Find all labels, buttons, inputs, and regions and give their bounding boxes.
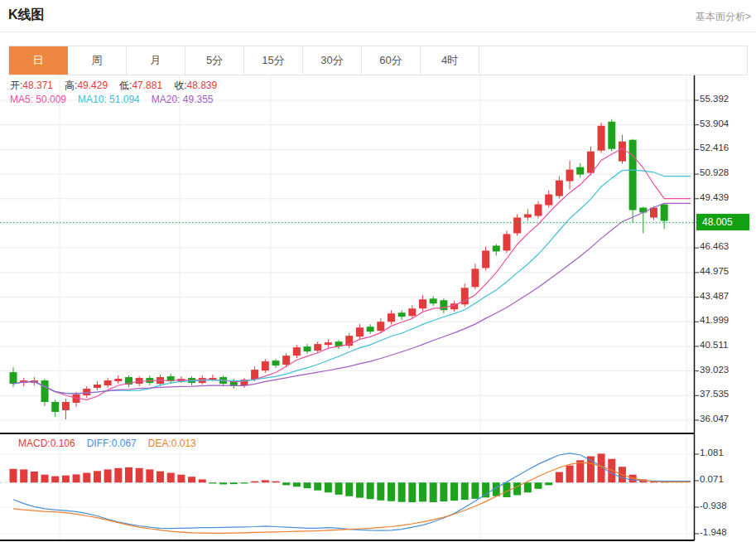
macd-legend: MACD:0.106DIFF:0.067DEA:0.013: [18, 438, 208, 449]
price-axis-label: 52.416: [700, 143, 754, 152]
period-tab-5分[interactable]: 5分: [185, 46, 244, 75]
period-tab-15分[interactable]: 15分: [244, 46, 303, 75]
price-axis-label: 53.904: [700, 119, 754, 128]
legend-item: 收:48.839: [174, 80, 217, 91]
price-axis-label: 43.487: [700, 291, 754, 301]
period-tab-60分[interactable]: 60分: [362, 46, 421, 75]
price-axis-label: 41.999: [700, 315, 754, 325]
ma-legend: MA5: 50.009MA10: 51.094MA20: 49.355: [10, 94, 224, 105]
period-tab-4时[interactable]: 4时: [421, 46, 479, 75]
legend-item: 开:48.371: [10, 80, 53, 91]
price-axis-label: 1.081: [700, 448, 754, 457]
price-axis-label: 46.463: [700, 241, 754, 251]
period-tab-月[interactable]: 月: [127, 46, 185, 75]
ohlc-legend: 开:48.371高:49.429低:47.881收:48.839: [10, 79, 229, 93]
header-divider: [0, 31, 756, 32]
period-tab-周[interactable]: 周: [68, 46, 127, 75]
price-axis-label: -1.948: [700, 527, 754, 537]
legend-item: MACD:0.106: [18, 438, 75, 449]
page-title: K线图: [8, 7, 45, 24]
legend-item: MA20: 49.355: [152, 94, 214, 105]
legend-item: MA10: 51.094: [78, 94, 140, 105]
price-axis-label: 36.047: [700, 414, 754, 423]
legend-item: 低:47.881: [119, 80, 162, 91]
last-price-badge: 48.005: [696, 214, 749, 230]
price-axis-label: 40.511: [700, 340, 754, 350]
legend-item: MA5: 50.009: [10, 94, 66, 105]
chart-canvas[interactable]: [0, 75, 756, 542]
legend-item: DIFF:0.067: [87, 438, 137, 449]
price-axis-label: 49.439: [700, 192, 754, 202]
price-axis-label: -0.938: [700, 501, 754, 511]
price-axis-label: 39.023: [700, 365, 754, 375]
price-axis-label: 37.535: [700, 389, 754, 399]
price-axis-label: 55.392: [700, 94, 754, 104]
legend-item: 高:49.429: [65, 80, 108, 91]
price-axis-label: 50.928: [700, 167, 754, 177]
kline-widget: K线图 基本面分析> 日周月5分15分30分60分4时 开:48.371高:49…: [0, 0, 756, 542]
price-axis-label: 44.975: [700, 266, 754, 276]
price-axis-label: 0.071: [700, 474, 754, 484]
fundamental-analysis-link[interactable]: 基本面分析>: [696, 10, 751, 24]
period-tab-日[interactable]: 日: [9, 46, 68, 75]
legend-item: DEA:0.013: [148, 438, 196, 449]
period-tabbar: 日周月5分15分30分60分4时: [8, 46, 748, 75]
period-tab-30分[interactable]: 30分: [303, 46, 362, 75]
